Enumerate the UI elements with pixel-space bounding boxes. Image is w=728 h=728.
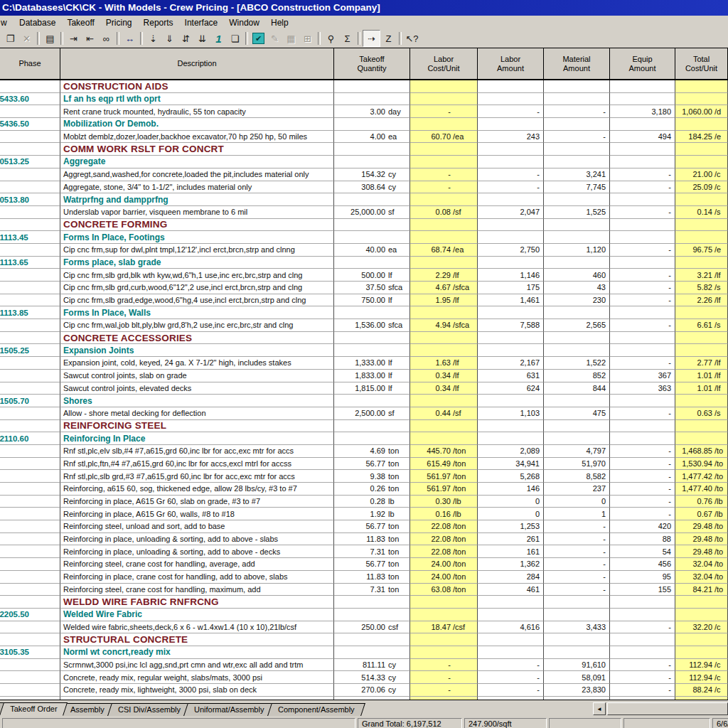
section-row[interactable]: WELDD WIRE FABRIC RNFRCNG — [0, 596, 728, 609]
group-row[interactable]: 30513.25Aggregate — [0, 156, 728, 168]
column-header-equip[interactable]: Equip Amount — [610, 48, 675, 79]
item-row[interactable]: Aggregate, stone, 3/4" to 1-1/2", includ… — [0, 181, 728, 194]
section-row[interactable]: STRUCTURAL CONCRETE — [0, 633, 728, 646]
item-row[interactable]: Reinforcing in place, unloading & sortin… — [0, 533, 728, 546]
item-row[interactable]: Rent crane truck mounted, hydraulic, 55 … — [0, 105, 728, 118]
item-row[interactable]: Cip cnc frm,wal,job blt,ply,blw grd,8'h,… — [0, 319, 728, 332]
item-row[interactable]: Reinforcing steel, unload and sort, add … — [0, 520, 728, 533]
group-row[interactable]: 31113.45Forms In Place, Footings — [0, 231, 728, 244]
print-icon[interactable]: ▤ — [42, 31, 58, 46]
item-row[interactable]: Sawcut control joints, elevated decks1,8… — [0, 382, 728, 395]
group-row[interactable]: 31113.65Forms place, slab grade — [0, 257, 728, 269]
context-help-icon[interactable]: ↖? — [404, 31, 420, 46]
menu-item-database[interactable]: Database — [14, 16, 61, 30]
item-row[interactable]: Cip cnc frm,slb grad,edge,wood,6"hg,4 us… — [0, 294, 728, 307]
edit-pencil-icon[interactable]: ✎ — [267, 31, 283, 46]
section-row[interactable]: COMM WORK RSLT FOR CONCRT — [0, 143, 728, 156]
menu-item-pricing[interactable]: Pricing — [100, 16, 138, 30]
column-header-labor[interactable]: Labor Cost/Unit — [410, 48, 478, 79]
paste-icon[interactable]: ❐ — [2, 31, 18, 46]
sheet-tab-assembly[interactable]: Assembly — [60, 703, 116, 716]
menu-item-reports[interactable]: Reports — [138, 16, 179, 30]
model-takeoff-icon[interactable]: ✔ — [250, 31, 267, 46]
item-row[interactable]: Aggregt,sand,washed,for concrete,loaded … — [0, 168, 728, 181]
scrollbar-thumb[interactable] — [607, 702, 728, 715]
horizontal-scrollbar[interactable]: ◄ — [593, 703, 728, 715]
group-row[interactable]: 31505.25Expansion Joints — [0, 344, 728, 357]
item-row[interactable]: Cip cnc frm,slb grd,curb,wood,6"12",2 us… — [0, 282, 728, 294]
item-row[interactable]: Expansion joint, cold, keyed, 24 ga. X 7… — [0, 357, 728, 370]
menu-item-w[interactable]: w — [0, 16, 14, 30]
item-row[interactable]: Reinforcing in place, A615 Gr 60, slab o… — [0, 496, 728, 508]
section-row[interactable]: CONSTRUCTION AIDS — [0, 80, 728, 93]
item-row[interactable]: Reinforcing in place, crane cost for han… — [0, 571, 728, 584]
item-row[interactable]: Rnf stl,plc,elv slb,#4 #7,a615,grd 60,in… — [0, 445, 728, 458]
group-row[interactable]: 30513.80Watrprfng and dampprfng — [0, 193, 728, 206]
insert-item-icon[interactable]: ⇣ — [145, 31, 161, 46]
item-row[interactable]: Cip cnc frm,sup for dwl,plnt tmpl,12'12'… — [0, 244, 728, 257]
column-header-labor[interactable]: Labor Amount — [478, 48, 544, 79]
delete-icon[interactable]: ✕ — [18, 31, 35, 46]
item-row[interactable]: Reinforcing steel, crane cost for handli… — [0, 584, 728, 596]
fill-down-icon[interactable]: ⇓ — [161, 31, 178, 46]
group-row[interactable]: 15433.60Lf an hs eqp rtl wth oprt — [0, 93, 728, 106]
group-row[interactable]: 15436.50Mobilization Or Demob. — [0, 118, 728, 131]
item-row[interactable]: Sawcut control joints, slab on grade1,83… — [0, 370, 728, 382]
labor-amount-cell — [478, 93, 544, 106]
item-row[interactable]: Allow - shore metal decking for deflecti… — [0, 407, 728, 420]
fill-series-icon[interactable]: ⇵ — [178, 31, 194, 46]
crew-icon[interactable]: ▦ — [283, 31, 299, 46]
column-header-phase[interactable]: Phase — [0, 48, 60, 79]
sheet-tab-takeoff-order[interactable]: Takeoff Order — [0, 702, 68, 716]
item-row[interactable]: Moblzt demblz,dozer,loader,backhoe excav… — [0, 131, 728, 144]
menu-item-help[interactable]: Help — [265, 16, 294, 30]
item-row[interactable]: Welded wire fabric,sheets,deck,6 x 6 - w… — [0, 621, 728, 634]
item-row[interactable]: Concrete, ready mix, lightweight, 3000 p… — [0, 684, 728, 697]
item-row[interactable]: Rnf stl,plc,slb grd,#3 #7,a615,grd 60,in… — [0, 470, 728, 483]
labor-cost-value: 63.08 — [410, 585, 451, 594]
item-row[interactable]: Scrmnwt,3000 psi,inc lcl agg,snd,prt cmn… — [0, 659, 728, 672]
labor-cost-unit: /ton — [453, 472, 477, 481]
menu-item-takeoff[interactable]: Takeoff — [61, 16, 100, 30]
fill-all-icon[interactable]: ⇊ — [194, 31, 210, 46]
sum-icon[interactable]: Σ — [339, 31, 355, 46]
item-row[interactable]: Reinforcing in place, A615 Gr 60, walls,… — [0, 508, 728, 520]
item-row[interactable]: Rnf stl,plc,ftn,#4 #7,a615,grd 60,inc lb… — [0, 458, 728, 471]
item-row[interactable]: Concrete, ready mix, regular weight, sla… — [0, 671, 728, 684]
item-row[interactable]: Underslab vapor barrier, visqueen membra… — [0, 206, 728, 219]
description-cell: Sawcut control joints, slab on grade — [60, 370, 334, 382]
one-time-item-icon[interactable]: 1 — [210, 31, 227, 46]
column-header-total[interactable]: Total Cost/Unit — [675, 48, 728, 79]
goto-summary-icon[interactable]: ⇤ — [82, 31, 98, 46]
sheet-tab-component-assembly[interactable]: Component/Assembly — [267, 703, 365, 716]
goto-detail-icon[interactable]: ⇥ — [65, 31, 82, 46]
takeoff-quantity-cell — [334, 80, 410, 93]
column-width-icon[interactable]: ↔ — [122, 31, 138, 46]
zoom-icon[interactable]: ⚲ — [323, 31, 339, 46]
column-header-takeoff[interactable]: Takeoff Quantity — [334, 48, 410, 79]
menu-item-interface[interactable]: Interface — [179, 16, 224, 30]
group-row[interactable]: 32110.60Reinforcing In Place — [0, 432, 728, 445]
group-row[interactable]: 31113.85Forms In Place, Walls — [0, 306, 728, 319]
section-row[interactable]: CONCRETE FORMING — [0, 219, 728, 232]
notes-icon[interactable]: ❏ — [227, 31, 243, 46]
route-icon[interactable]: ⇢ — [363, 30, 380, 47]
menu-item-window[interactable]: Window — [223, 16, 265, 30]
sheet-tab-uniformat-assembly[interactable]: Uniformat/Assembly — [183, 703, 274, 716]
group-row[interactable]: 31505.70Shores — [0, 395, 728, 407]
sort-icon[interactable]: Z — [380, 31, 397, 46]
calculator-icon[interactable]: ⊞ — [299, 31, 316, 46]
sheet-tab-csi-div-assembly[interactable]: CSI Div/Assembly — [107, 703, 191, 716]
section-row[interactable]: REINFORCING STEEL — [0, 420, 728, 433]
group-row[interactable]: 33105.35Norml wt concrt,ready mix — [0, 646, 728, 659]
section-row[interactable]: CONCRETE ACCESSORIES — [0, 332, 728, 345]
item-row[interactable]: Reinforcing steel, crane cost for handli… — [0, 558, 728, 571]
find-icon[interactable]: ∞ — [98, 31, 114, 46]
scroll-left-arrow-icon[interactable]: ◄ — [593, 702, 606, 715]
item-row[interactable]: Reinforcing in place, unloading & sortin… — [0, 545, 728, 558]
item-row[interactable]: Reinforcing, a615 60, sog, thickened edg… — [0, 483, 728, 496]
group-row[interactable]: 32205.50Welded Wire Fabric — [0, 609, 728, 621]
column-header-description[interactable]: Description — [60, 48, 334, 79]
column-header-material[interactable]: Material Amount — [544, 48, 610, 79]
item-row[interactable]: Cip cnc frm,slb grd,blk wth kyw,wd,6"h,1… — [0, 269, 728, 282]
